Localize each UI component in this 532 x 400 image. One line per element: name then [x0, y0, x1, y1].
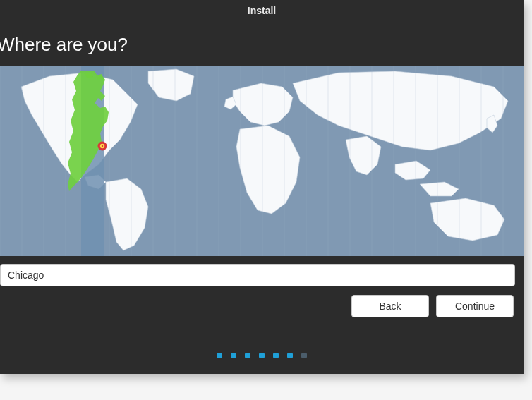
progress-indicator [0, 353, 524, 358]
timezone-band-highlight [81, 66, 104, 256]
location-input-row [0, 256, 524, 286]
content-area: Where are you? [0, 21, 524, 317]
progress-dot [259, 353, 265, 358]
page-heading: Where are you? [0, 28, 524, 66]
button-row: Back Continue [0, 286, 524, 317]
progress-dot [273, 353, 279, 358]
continue-button[interactable]: Continue [436, 295, 514, 317]
back-button[interactable]: Back [351, 295, 429, 317]
progress-dot [231, 353, 236, 358]
progress-dot [217, 353, 222, 358]
location-input[interactable] [0, 264, 515, 286]
installer-window: Install Where are you? [0, 0, 524, 374]
progress-dot [301, 353, 307, 358]
progress-dot [287, 353, 293, 358]
titlebar: Install [0, 0, 524, 21]
progress-dot [245, 353, 250, 358]
window-title: Install [248, 5, 276, 16]
world-map-svg [0, 66, 524, 256]
timezone-map[interactable] [0, 66, 524, 256]
